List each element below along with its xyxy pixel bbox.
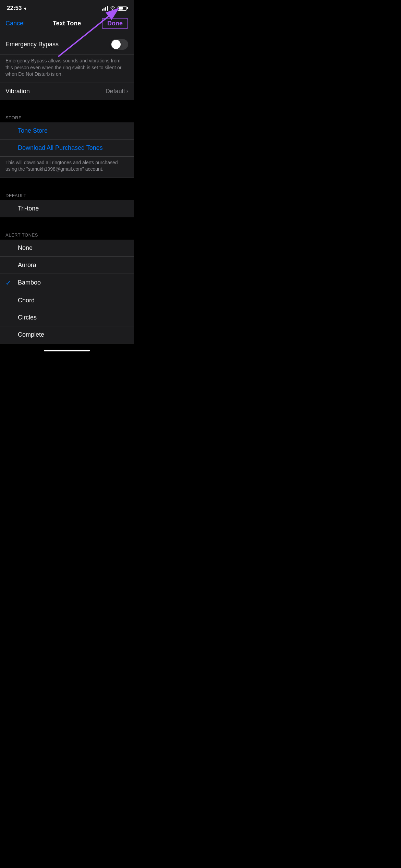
home-indicator (44, 350, 90, 351)
tri-tone-label: Tri-tone (18, 205, 128, 212)
download-tones-description: This will download all ringtones and ale… (0, 157, 134, 178)
vibration-value: Default › (106, 88, 128, 95)
store-section-header: STORE (0, 112, 134, 122)
toggle-knob (111, 40, 121, 49)
done-button[interactable]: Done (102, 18, 128, 29)
emergency-bypass-label: Emergency Bypass (5, 41, 59, 48)
download-tones-item[interactable]: Download All Purchased Tones (0, 140, 134, 157)
section-gap-store (0, 100, 134, 112)
vibration-label: Vibration (5, 88, 30, 95)
emergency-bypass-toggle[interactable] (111, 39, 128, 50)
aurora-label: Aurora (18, 262, 128, 269)
vibration-chevron-icon: › (126, 88, 128, 94)
tri-tone-item[interactable]: Tri-tone (0, 200, 134, 217)
bamboo-label: Bamboo (18, 279, 128, 286)
complete-label: Complete (18, 331, 128, 338)
circles-label: Circles (18, 314, 128, 321)
emergency-bypass-description: Emergency Bypass allows sounds and vibra… (0, 55, 134, 83)
wifi-icon (110, 5, 116, 11)
status-bar: 22:53 ◂ (0, 0, 134, 14)
default-section-header: DEFAULT (0, 190, 134, 200)
status-time: 22:53 ◂ (7, 5, 26, 12)
page-title: Text Tone (53, 20, 81, 27)
circles-item[interactable]: Circles (0, 309, 134, 326)
section-gap-default (0, 178, 134, 190)
chord-item[interactable]: Chord (0, 292, 134, 309)
aurora-item[interactable]: Aurora (0, 257, 134, 274)
nav-bar: Cancel Text Tone Done (0, 14, 134, 34)
tone-store-label: Tone Store (18, 127, 128, 134)
vibration-row[interactable]: Vibration Default › (0, 83, 134, 100)
location-icon: ◂ (24, 6, 26, 11)
none-label: None (18, 244, 128, 252)
none-item[interactable]: None (0, 240, 134, 257)
alert-tones-section-header: ALERT TONES (0, 230, 134, 240)
cancel-button[interactable]: Cancel (5, 20, 25, 27)
battery-icon (118, 6, 127, 11)
signal-bars-icon (102, 6, 108, 11)
checkmark-icon: ✓ (5, 279, 14, 287)
emergency-bypass-row: Emergency Bypass (0, 34, 134, 55)
complete-item[interactable]: Complete (0, 326, 134, 343)
tone-store-item[interactable]: Tone Store (0, 122, 134, 140)
chord-label: Chord (18, 297, 128, 304)
status-icons (102, 5, 127, 11)
download-tones-label: Download All Purchased Tones (18, 144, 128, 152)
section-gap-alert (0, 217, 134, 230)
bamboo-item[interactable]: ✓ Bamboo (0, 274, 134, 292)
